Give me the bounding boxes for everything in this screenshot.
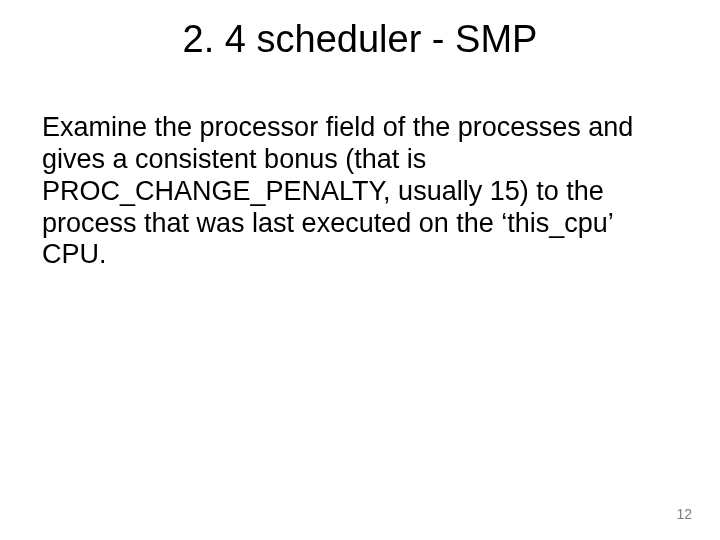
slide: 2. 4 scheduler - SMP Examine the process… [0,0,720,540]
page-number: 12 [676,506,692,522]
slide-body-text: Examine the processor field of the proce… [42,112,678,271]
slide-title: 2. 4 scheduler - SMP [0,18,720,61]
